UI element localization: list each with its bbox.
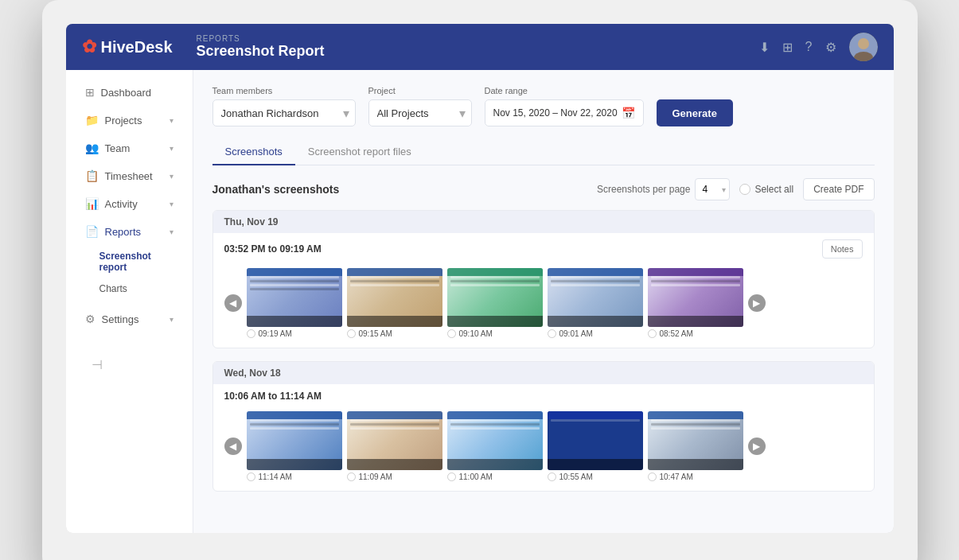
notes-button-thu[interactable]: Notes: [822, 239, 863, 259]
sidebar-item-reports[interactable]: 📄 Reports ▾: [72, 218, 186, 245]
activity-icon: 📊: [85, 197, 99, 210]
screenshot-item: 09:10 AM: [447, 268, 543, 338]
screenshot-item: 09:15 AM: [347, 268, 442, 338]
day-section-thu-nov-19: Thu, Nov 19 03:52 PM to 09:19 AM Notes ◀: [212, 210, 875, 348]
per-page-label: Screenshots per page: [597, 184, 690, 195]
screenshot-thumb[interactable]: [548, 411, 643, 470]
sidebar-item-projects[interactable]: 📁 Projects ▾: [72, 107, 186, 134]
screenshot-item: 11:09 AM: [347, 411, 442, 481]
tab-screenshot-files[interactable]: Screenshot report files: [295, 139, 424, 165]
download-icon[interactable]: ⬇: [759, 40, 770, 55]
next-arrow-thu[interactable]: ▶: [748, 294, 766, 312]
select-all-control[interactable]: Select all: [739, 184, 793, 195]
chevron-down-icon: ▾: [170, 315, 173, 324]
screen: ✿ HiveDesk REPORTS Screenshot Report ⬇ ⊞…: [66, 24, 894, 533]
sidebar-item-settings[interactable]: ⚙ Settings ▾: [72, 305, 186, 332]
next-arrow-wed[interactable]: ▶: [748, 438, 766, 455]
screenshot-time: 08:52 AM: [648, 329, 743, 338]
logo: ✿ HiveDesk: [82, 37, 173, 57]
help-icon[interactable]: ?: [805, 40, 813, 54]
project-select[interactable]: All Projects: [368, 99, 472, 126]
screenshot-thumb[interactable]: [548, 268, 643, 327]
screenshot-time: 11:14 AM: [247, 472, 342, 481]
date-range-label: Date range: [485, 86, 644, 95]
screenshot-checkbox[interactable]: [447, 472, 456, 481]
screenshot-checkbox[interactable]: [648, 329, 657, 338]
date-range-value: Nov 15, 2020 – Nov 22, 2020: [493, 107, 618, 119]
select-all-checkbox[interactable]: [739, 184, 750, 195]
svg-point-1: [858, 38, 869, 49]
main-layout: ⊞ Dashboard 📁 Projects ▾ 👥 Team ▾ 📋: [66, 70, 894, 533]
chevron-down-icon: ▾: [170, 144, 173, 153]
time-range-thu: 03:52 PM to 09:19 AM: [224, 243, 322, 255]
screenshot-thumb[interactable]: [247, 268, 342, 327]
screenshot-time: 11:09 AM: [347, 472, 442, 481]
header-icons: ⬇ ⊞ ? ⚙: [759, 33, 878, 61]
date-range-filter: Date range Nov 15, 2020 – Nov 22, 2020 📅: [485, 86, 644, 126]
chevron-down-icon: ▾: [170, 116, 173, 125]
screenshot-time: 09:10 AM: [447, 329, 543, 338]
screenshot-checkbox[interactable]: [247, 329, 255, 338]
grid-icon[interactable]: ⊞: [782, 40, 793, 55]
screenshot-thumb[interactable]: [347, 268, 442, 327]
page-title: Screenshot Report: [197, 43, 759, 60]
team-members-label: Team members: [212, 86, 356, 95]
reports-icon: 📄: [85, 225, 99, 238]
screenshot-time: 11:00 AM: [447, 472, 543, 481]
screenshot-checkbox[interactable]: [247, 472, 255, 481]
logo-text: HiveDesk: [101, 38, 173, 56]
filters-row: Team members Jonathan Richardson Project…: [212, 86, 875, 126]
screenshot-checkbox[interactable]: [548, 472, 556, 481]
timesheet-icon: 📋: [85, 169, 99, 182]
time-range-row-thu: 03:52 PM to 09:19 AM Notes: [213, 233, 874, 265]
screenshots-header: Jonathan's screenshots Screenshots per p…: [212, 178, 875, 200]
screenshot-thumb[interactable]: [447, 268, 543, 327]
screenshot-checkbox[interactable]: [648, 472, 657, 481]
sidebar-collapse-button[interactable]: ⊣: [79, 349, 180, 380]
screenshot-thumb[interactable]: [347, 411, 442, 470]
screenshot-thumb[interactable]: [447, 411, 543, 470]
screenshot-item: 11:14 AM: [247, 411, 342, 481]
settings-icon[interactable]: ⚙: [825, 40, 836, 55]
breadcrumb: REPORTS: [197, 34, 759, 43]
team-members-select[interactable]: Jonathan Richardson: [212, 99, 356, 126]
avatar[interactable]: [849, 33, 878, 61]
screenshot-time: 10:55 AM: [548, 472, 643, 481]
day-header-thu: Thu, Nov 19: [213, 211, 874, 233]
time-range-wed: 10:06 AM to 11:14 AM: [224, 391, 322, 402]
prev-arrow-thu[interactable]: ◀: [224, 294, 242, 312]
per-page-select[interactable]: 4812: [695, 178, 730, 200]
sidebar-subitem-charts[interactable]: Charts: [72, 278, 186, 299]
screenshot-checkbox[interactable]: [447, 329, 456, 338]
screenshot-thumb[interactable]: [648, 268, 743, 327]
screenshot-checkbox[interactable]: [347, 472, 356, 481]
dashboard-icon: ⊞: [85, 86, 95, 99]
sidebar-item-timesheet[interactable]: 📋 Timesheet ▾: [72, 162, 186, 189]
folder-icon: 📁: [85, 114, 99, 126]
sidebar-item-activity[interactable]: 📊 Activity ▾: [72, 190, 186, 217]
tab-screenshots[interactable]: Screenshots: [212, 139, 295, 165]
project-filter: Project All Projects: [368, 86, 472, 126]
project-select-wrap: All Projects: [368, 99, 472, 126]
screenshot-thumb[interactable]: [247, 411, 342, 470]
laptop-shell: ✿ HiveDesk REPORTS Screenshot Report ⬇ ⊞…: [42, 0, 918, 560]
screenshot-thumb[interactable]: [648, 411, 743, 470]
calendar-icon: 📅: [622, 107, 635, 119]
team-members-filter: Team members Jonathan Richardson: [212, 86, 356, 126]
sidebar-subitem-screenshot-report[interactable]: Screenshot report: [72, 246, 186, 278]
generate-button[interactable]: Generate: [657, 99, 733, 126]
screenshot-checkbox[interactable]: [347, 329, 356, 338]
screenshot-item: 09:19 AM: [247, 268, 342, 338]
screenshot-checkbox[interactable]: [548, 329, 556, 338]
screenshot-item: 10:55 AM: [548, 411, 643, 481]
date-range-input[interactable]: Nov 15, 2020 – Nov 22, 2020 📅: [485, 99, 644, 126]
prev-arrow-wed[interactable]: ◀: [224, 438, 242, 455]
team-icon: 👥: [85, 142, 99, 154]
tabs: Screenshots Screenshot report files: [212, 139, 875, 165]
create-pdf-button[interactable]: Create PDF: [803, 178, 874, 200]
chevron-down-icon: ▾: [170, 228, 173, 236]
app-header: ✿ HiveDesk REPORTS Screenshot Report ⬇ ⊞…: [66, 24, 894, 70]
sidebar-item-team[interactable]: 👥 Team ▾: [72, 134, 186, 161]
sidebar-item-dashboard[interactable]: ⊞ Dashboard: [72, 79, 186, 106]
screenshots-title: Jonathan's screenshots: [212, 183, 598, 196]
